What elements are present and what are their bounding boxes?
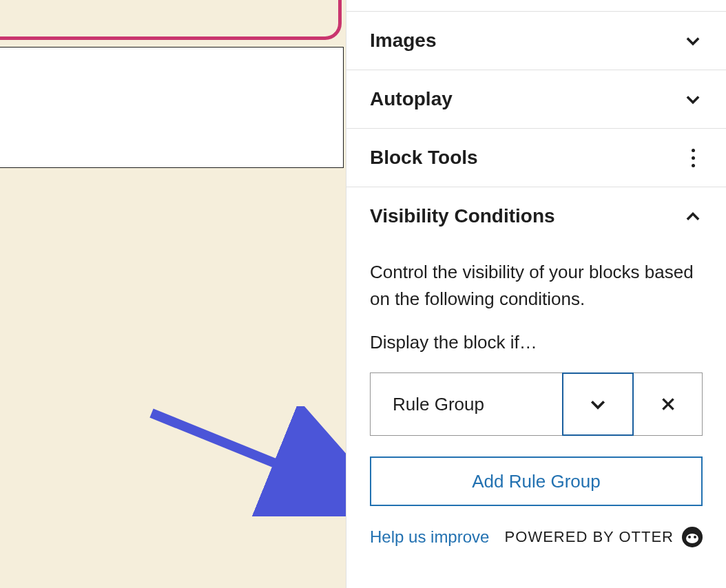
chevron-up-icon [683, 207, 703, 226]
more-vertical-icon[interactable] [683, 148, 703, 167]
block-placeholder[interactable] [0, 47, 344, 168]
help-us-improve-link[interactable]: Help us improve [370, 527, 489, 547]
rule-group-remove-button[interactable] [634, 372, 703, 436]
panel-title: Visibility Conditions [370, 205, 555, 227]
rule-group-expand-button[interactable] [562, 372, 634, 436]
powered-by-label: POWERED BY OTTER [505, 528, 674, 546]
panel-images[interactable]: Images [346, 11, 726, 70]
panel-title: Block Tools [370, 147, 478, 169]
panel-title: Images [370, 30, 437, 52]
add-rule-group-button[interactable]: Add Rule Group [370, 456, 703, 506]
visibility-description: Control the visibility of your blocks ba… [370, 259, 703, 313]
chevron-down-icon [588, 394, 608, 414]
add-rule-group-label: Add Rule Group [472, 471, 600, 492]
panel-footer: Help us improve POWERED BY OTTER [346, 513, 726, 547]
selected-block-outline[interactable] [0, 0, 342, 40]
editor-canvas [0, 0, 346, 588]
close-icon [659, 395, 677, 413]
panel-block-tools[interactable]: Block Tools [346, 129, 726, 187]
rule-group-select[interactable]: Rule Group [370, 372, 563, 436]
powered-by-otter: POWERED BY OTTER [505, 527, 703, 547]
panel-autoplay[interactable]: Autoplay [346, 70, 726, 129]
panel-visibility-conditions[interactable]: Visibility Conditions [346, 187, 726, 245]
visibility-panel-body: Control the visibility of your blocks ba… [346, 245, 726, 513]
panel-title: Autoplay [370, 88, 453, 110]
settings-sidebar: Images Autoplay Block Tools Visibility C… [346, 0, 726, 588]
chevron-down-icon [683, 90, 703, 109]
chevron-down-icon [683, 31, 703, 50]
visibility-subtitle: Display the block if… [370, 332, 703, 353]
otter-icon [682, 527, 703, 547]
rule-group-row: Rule Group [370, 372, 703, 436]
rule-group-select-label: Rule Group [393, 394, 484, 415]
